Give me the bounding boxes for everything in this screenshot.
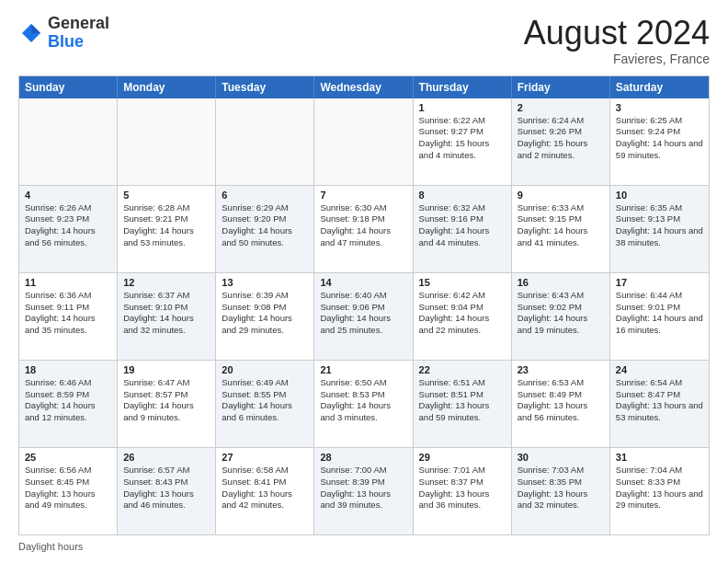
day-number: 27 — [222, 452, 308, 463]
weekday-header: Thursday — [414, 76, 512, 98]
calendar-cell: 7Sunrise: 6:30 AM Sunset: 9:18 PM Daylig… — [314, 186, 413, 272]
calendar-cell: 29Sunrise: 7:01 AM Sunset: 8:37 PM Dayli… — [414, 448, 512, 534]
cell-detail: Sunrise: 7:03 AM Sunset: 8:35 PM Dayligh… — [518, 465, 604, 511]
cell-detail: Sunrise: 6:30 AM Sunset: 9:18 PM Dayligh… — [320, 202, 406, 249]
cell-detail: Sunrise: 6:54 AM Sunset: 8:47 PM Dayligh… — [616, 377, 703, 424]
cell-detail: Sunrise: 7:04 AM Sunset: 8:33 PM Dayligh… — [616, 465, 703, 511]
day-number: 22 — [419, 364, 506, 375]
calendar-cell: 20Sunrise: 6:49 AM Sunset: 8:55 PM Dayli… — [216, 361, 314, 447]
day-number: 30 — [518, 452, 604, 463]
calendar-cell — [19, 98, 118, 185]
day-number: 26 — [123, 452, 210, 463]
weekday-header: Monday — [118, 76, 216, 98]
day-number: 7 — [320, 190, 406, 201]
calendar-row: 18Sunrise: 6:46 AM Sunset: 8:59 PM Dayli… — [19, 360, 709, 447]
cell-detail: Sunrise: 6:51 AM Sunset: 8:51 PM Dayligh… — [419, 377, 506, 424]
cell-detail: Sunrise: 6:39 AM Sunset: 9:08 PM Dayligh… — [222, 290, 308, 337]
logo-blue: Blue — [48, 32, 84, 51]
day-number: 9 — [518, 190, 604, 201]
calendar-cell: 21Sunrise: 6:50 AM Sunset: 8:53 PM Dayli… — [314, 361, 413, 447]
day-number: 29 — [419, 452, 506, 463]
day-number: 2 — [518, 102, 604, 113]
day-number: 16 — [518, 277, 604, 288]
day-number: 23 — [518, 364, 604, 375]
day-number: 17 — [616, 277, 703, 288]
calendar-cell: 16Sunrise: 6:43 AM Sunset: 9:02 PM Dayli… — [512, 273, 610, 360]
calendar-cell: 27Sunrise: 6:58 AM Sunset: 8:41 PM Dayli… — [216, 448, 314, 534]
calendar-cell: 15Sunrise: 6:42 AM Sunset: 9:04 PM Dayli… — [414, 273, 512, 360]
logo: General Blue — [18, 15, 109, 52]
calendar-cell: 3Sunrise: 6:25 AM Sunset: 9:24 PM Daylig… — [610, 98, 709, 185]
month-year: August 2024 — [524, 15, 710, 52]
day-number: 14 — [320, 277, 406, 288]
calendar-cell: 11Sunrise: 6:36 AM Sunset: 9:11 PM Dayli… — [19, 273, 118, 360]
calendar-cell: 12Sunrise: 6:37 AM Sunset: 9:10 PM Dayli… — [118, 273, 216, 360]
location: Favieres, France — [524, 52, 710, 66]
cell-detail: Sunrise: 6:42 AM Sunset: 9:04 PM Dayligh… — [419, 290, 506, 337]
calendar-cell: 13Sunrise: 6:39 AM Sunset: 9:08 PM Dayli… — [216, 273, 314, 360]
calendar-cell: 14Sunrise: 6:40 AM Sunset: 9:06 PM Dayli… — [314, 273, 413, 360]
calendar-cell: 9Sunrise: 6:33 AM Sunset: 9:15 PM Daylig… — [512, 186, 610, 272]
calendar-row: 11Sunrise: 6:36 AM Sunset: 9:11 PM Dayli… — [19, 272, 709, 360]
cell-detail: Sunrise: 6:53 AM Sunset: 8:49 PM Dayligh… — [518, 377, 604, 424]
day-number: 4 — [25, 190, 111, 201]
cell-detail: Sunrise: 6:35 AM Sunset: 9:13 PM Dayligh… — [616, 202, 703, 249]
weekday-header: Sunday — [19, 76, 118, 98]
day-number: 25 — [25, 452, 111, 463]
calendar-row: 4Sunrise: 6:26 AM Sunset: 9:23 PM Daylig… — [19, 185, 709, 272]
day-number: 21 — [320, 364, 406, 375]
logo-text: General Blue — [48, 15, 109, 52]
calendar-cell: 1Sunrise: 6:22 AM Sunset: 9:27 PM Daylig… — [414, 98, 512, 185]
svg-marker-1 — [31, 24, 40, 33]
day-number: 5 — [123, 190, 210, 201]
weekday-header: Friday — [512, 76, 610, 98]
weekday-header: Wednesday — [314, 76, 413, 98]
calendar-cell — [314, 98, 413, 185]
calendar-cell: 26Sunrise: 6:57 AM Sunset: 8:43 PM Dayli… — [118, 448, 216, 534]
cell-detail: Sunrise: 7:00 AM Sunset: 8:39 PM Dayligh… — [320, 465, 406, 511]
cell-detail: Sunrise: 6:25 AM Sunset: 9:24 PM Dayligh… — [616, 115, 703, 162]
cell-detail: Sunrise: 6:32 AM Sunset: 9:16 PM Dayligh… — [419, 202, 506, 249]
calendar-cell: 31Sunrise: 7:04 AM Sunset: 8:33 PM Dayli… — [610, 448, 709, 534]
cell-detail: Sunrise: 6:49 AM Sunset: 8:55 PM Dayligh… — [222, 377, 308, 424]
title-block: August 2024 Favieres, France — [524, 15, 710, 66]
cell-detail: Sunrise: 6:47 AM Sunset: 8:57 PM Dayligh… — [123, 377, 210, 424]
cell-detail: Sunrise: 6:28 AM Sunset: 9:21 PM Dayligh… — [123, 202, 210, 249]
calendar-row: 25Sunrise: 6:56 AM Sunset: 8:45 PM Dayli… — [19, 447, 709, 534]
calendar-row: 1Sunrise: 6:22 AM Sunset: 9:27 PM Daylig… — [19, 98, 709, 185]
cell-detail: Sunrise: 6:44 AM Sunset: 9:01 PM Dayligh… — [616, 290, 703, 337]
day-number: 12 — [123, 277, 210, 288]
cell-detail: Sunrise: 6:33 AM Sunset: 9:15 PM Dayligh… — [518, 202, 604, 249]
page: General Blue August 2024 Favieres, Franc… — [0, 0, 728, 563]
footer: Daylight hours — [18, 541, 710, 552]
calendar-cell: 8Sunrise: 6:32 AM Sunset: 9:16 PM Daylig… — [414, 186, 512, 272]
calendar-cell — [118, 98, 216, 185]
cell-detail: Sunrise: 6:37 AM Sunset: 9:10 PM Dayligh… — [123, 290, 210, 337]
weekday-header: Tuesday — [216, 76, 314, 98]
day-number: 13 — [222, 277, 308, 288]
calendar-cell: 10Sunrise: 6:35 AM Sunset: 9:13 PM Dayli… — [610, 186, 709, 272]
cell-detail: Sunrise: 6:50 AM Sunset: 8:53 PM Dayligh… — [320, 377, 406, 424]
calendar-cell: 30Sunrise: 7:03 AM Sunset: 8:35 PM Dayli… — [512, 448, 610, 534]
calendar-cell: 24Sunrise: 6:54 AM Sunset: 8:47 PM Dayli… — [610, 361, 709, 447]
day-number: 19 — [123, 364, 210, 375]
cell-detail: Sunrise: 6:46 AM Sunset: 8:59 PM Dayligh… — [25, 377, 111, 424]
calendar-cell: 18Sunrise: 6:46 AM Sunset: 8:59 PM Dayli… — [19, 361, 118, 447]
day-number: 3 — [616, 102, 703, 113]
cell-detail: Sunrise: 6:56 AM Sunset: 8:45 PM Dayligh… — [25, 465, 111, 511]
logo-icon — [18, 20, 44, 46]
calendar-cell: 2Sunrise: 6:24 AM Sunset: 9:26 PM Daylig… — [512, 98, 610, 185]
cell-detail: Sunrise: 6:26 AM Sunset: 9:23 PM Dayligh… — [25, 202, 111, 249]
calendar-cell: 17Sunrise: 6:44 AM Sunset: 9:01 PM Dayli… — [610, 273, 709, 360]
cell-detail: Sunrise: 6:22 AM Sunset: 9:27 PM Dayligh… — [419, 115, 506, 162]
day-number: 18 — [25, 364, 111, 375]
day-number: 6 — [222, 190, 308, 201]
calendar-cell: 4Sunrise: 6:26 AM Sunset: 9:23 PM Daylig… — [19, 186, 118, 272]
day-number: 31 — [616, 452, 703, 463]
day-number: 1 — [419, 102, 506, 113]
day-number: 15 — [419, 277, 506, 288]
calendar-body: 1Sunrise: 6:22 AM Sunset: 9:27 PM Daylig… — [19, 98, 709, 534]
calendar-cell: 19Sunrise: 6:47 AM Sunset: 8:57 PM Dayli… — [118, 361, 216, 447]
cell-detail: Sunrise: 6:29 AM Sunset: 9:20 PM Dayligh… — [222, 202, 308, 249]
logo-general: General — [48, 14, 109, 32]
